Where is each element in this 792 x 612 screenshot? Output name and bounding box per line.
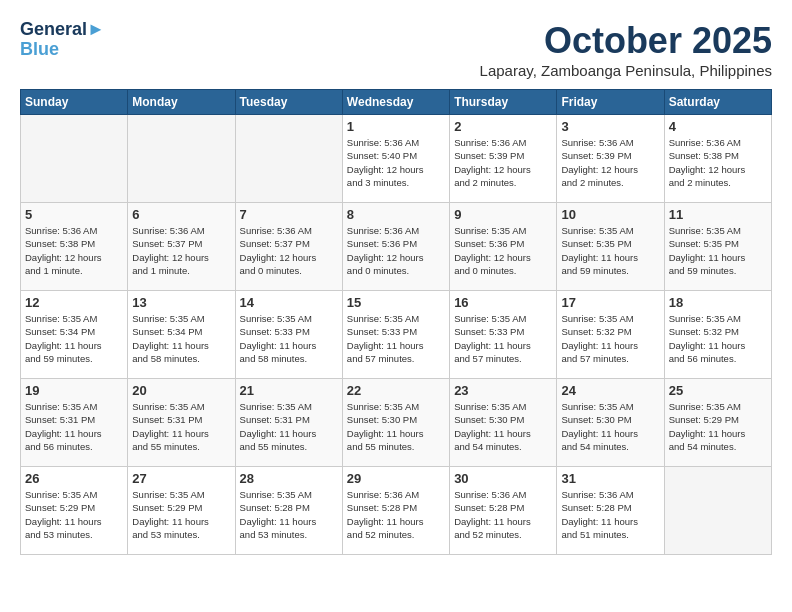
day-info: Sunrise: 5:35 AM Sunset: 5:30 PM Dayligh… bbox=[454, 400, 552, 453]
day-number: 28 bbox=[240, 471, 338, 486]
calendar-cell: 27Sunrise: 5:35 AM Sunset: 5:29 PM Dayli… bbox=[128, 467, 235, 555]
day-info: Sunrise: 5:35 AM Sunset: 5:30 PM Dayligh… bbox=[347, 400, 445, 453]
day-info: Sunrise: 5:35 AM Sunset: 5:29 PM Dayligh… bbox=[669, 400, 767, 453]
day-info: Sunrise: 5:35 AM Sunset: 5:34 PM Dayligh… bbox=[132, 312, 230, 365]
calendar-cell: 23Sunrise: 5:35 AM Sunset: 5:30 PM Dayli… bbox=[450, 379, 557, 467]
day-number: 25 bbox=[669, 383, 767, 398]
day-number: 12 bbox=[25, 295, 123, 310]
header-row: SundayMondayTuesdayWednesdayThursdayFrid… bbox=[21, 90, 772, 115]
calendar-cell: 25Sunrise: 5:35 AM Sunset: 5:29 PM Dayli… bbox=[664, 379, 771, 467]
day-number: 30 bbox=[454, 471, 552, 486]
day-number: 26 bbox=[25, 471, 123, 486]
day-info: Sunrise: 5:35 AM Sunset: 5:33 PM Dayligh… bbox=[347, 312, 445, 365]
day-number: 15 bbox=[347, 295, 445, 310]
calendar-cell: 14Sunrise: 5:35 AM Sunset: 5:33 PM Dayli… bbox=[235, 291, 342, 379]
day-info: Sunrise: 5:35 AM Sunset: 5:35 PM Dayligh… bbox=[669, 224, 767, 277]
calendar-cell: 30Sunrise: 5:36 AM Sunset: 5:28 PM Dayli… bbox=[450, 467, 557, 555]
calendar-cell: 31Sunrise: 5:36 AM Sunset: 5:28 PM Dayli… bbox=[557, 467, 664, 555]
day-info: Sunrise: 5:35 AM Sunset: 5:29 PM Dayligh… bbox=[25, 488, 123, 541]
week-row-1: 1Sunrise: 5:36 AM Sunset: 5:40 PM Daylig… bbox=[21, 115, 772, 203]
day-number: 6 bbox=[132, 207, 230, 222]
calendar-cell bbox=[664, 467, 771, 555]
day-number: 21 bbox=[240, 383, 338, 398]
day-number: 4 bbox=[669, 119, 767, 134]
day-number: 5 bbox=[25, 207, 123, 222]
day-info: Sunrise: 5:36 AM Sunset: 5:38 PM Dayligh… bbox=[25, 224, 123, 277]
day-info: Sunrise: 5:35 AM Sunset: 5:31 PM Dayligh… bbox=[240, 400, 338, 453]
day-number: 24 bbox=[561, 383, 659, 398]
calendar-cell: 26Sunrise: 5:35 AM Sunset: 5:29 PM Dayli… bbox=[21, 467, 128, 555]
logo-line1: General► bbox=[20, 20, 105, 40]
day-number: 1 bbox=[347, 119, 445, 134]
day-number: 17 bbox=[561, 295, 659, 310]
calendar-cell: 1Sunrise: 5:36 AM Sunset: 5:40 PM Daylig… bbox=[342, 115, 449, 203]
calendar-cell: 8Sunrise: 5:36 AM Sunset: 5:36 PM Daylig… bbox=[342, 203, 449, 291]
day-number: 23 bbox=[454, 383, 552, 398]
calendar-cell bbox=[235, 115, 342, 203]
day-info: Sunrise: 5:36 AM Sunset: 5:40 PM Dayligh… bbox=[347, 136, 445, 189]
calendar-cell: 10Sunrise: 5:35 AM Sunset: 5:35 PM Dayli… bbox=[557, 203, 664, 291]
calendar-cell: 24Sunrise: 5:35 AM Sunset: 5:30 PM Dayli… bbox=[557, 379, 664, 467]
month-title: October 2025 bbox=[480, 20, 772, 62]
subtitle: Laparay, Zamboanga Peninsula, Philippine… bbox=[480, 62, 772, 79]
calendar-cell: 9Sunrise: 5:35 AM Sunset: 5:36 PM Daylig… bbox=[450, 203, 557, 291]
day-info: Sunrise: 5:36 AM Sunset: 5:36 PM Dayligh… bbox=[347, 224, 445, 277]
day-number: 8 bbox=[347, 207, 445, 222]
calendar-cell: 3Sunrise: 5:36 AM Sunset: 5:39 PM Daylig… bbox=[557, 115, 664, 203]
calendar-table: SundayMondayTuesdayWednesdayThursdayFrid… bbox=[20, 89, 772, 555]
logo-line2: Blue bbox=[20, 40, 105, 60]
calendar-cell: 4Sunrise: 5:36 AM Sunset: 5:38 PM Daylig… bbox=[664, 115, 771, 203]
day-info: Sunrise: 5:35 AM Sunset: 5:36 PM Dayligh… bbox=[454, 224, 552, 277]
day-info: Sunrise: 5:36 AM Sunset: 5:38 PM Dayligh… bbox=[669, 136, 767, 189]
day-number: 13 bbox=[132, 295, 230, 310]
calendar-cell: 15Sunrise: 5:35 AM Sunset: 5:33 PM Dayli… bbox=[342, 291, 449, 379]
calendar-cell bbox=[128, 115, 235, 203]
day-number: 19 bbox=[25, 383, 123, 398]
day-info: Sunrise: 5:35 AM Sunset: 5:28 PM Dayligh… bbox=[240, 488, 338, 541]
day-info: Sunrise: 5:35 AM Sunset: 5:33 PM Dayligh… bbox=[454, 312, 552, 365]
day-header-sunday: Sunday bbox=[21, 90, 128, 115]
day-info: Sunrise: 5:36 AM Sunset: 5:39 PM Dayligh… bbox=[454, 136, 552, 189]
day-number: 18 bbox=[669, 295, 767, 310]
week-row-5: 26Sunrise: 5:35 AM Sunset: 5:29 PM Dayli… bbox=[21, 467, 772, 555]
title-block: October 2025 Laparay, Zamboanga Peninsul… bbox=[480, 20, 772, 79]
calendar-cell: 5Sunrise: 5:36 AM Sunset: 5:38 PM Daylig… bbox=[21, 203, 128, 291]
day-number: 9 bbox=[454, 207, 552, 222]
calendar-cell bbox=[21, 115, 128, 203]
calendar-cell: 19Sunrise: 5:35 AM Sunset: 5:31 PM Dayli… bbox=[21, 379, 128, 467]
week-row-4: 19Sunrise: 5:35 AM Sunset: 5:31 PM Dayli… bbox=[21, 379, 772, 467]
day-info: Sunrise: 5:36 AM Sunset: 5:39 PM Dayligh… bbox=[561, 136, 659, 189]
calendar-cell: 6Sunrise: 5:36 AM Sunset: 5:37 PM Daylig… bbox=[128, 203, 235, 291]
calendar-cell: 18Sunrise: 5:35 AM Sunset: 5:32 PM Dayli… bbox=[664, 291, 771, 379]
day-info: Sunrise: 5:36 AM Sunset: 5:28 PM Dayligh… bbox=[347, 488, 445, 541]
day-info: Sunrise: 5:35 AM Sunset: 5:32 PM Dayligh… bbox=[561, 312, 659, 365]
calendar-cell: 12Sunrise: 5:35 AM Sunset: 5:34 PM Dayli… bbox=[21, 291, 128, 379]
day-info: Sunrise: 5:35 AM Sunset: 5:34 PM Dayligh… bbox=[25, 312, 123, 365]
day-info: Sunrise: 5:35 AM Sunset: 5:31 PM Dayligh… bbox=[132, 400, 230, 453]
day-number: 31 bbox=[561, 471, 659, 486]
calendar-cell: 21Sunrise: 5:35 AM Sunset: 5:31 PM Dayli… bbox=[235, 379, 342, 467]
calendar-cell: 11Sunrise: 5:35 AM Sunset: 5:35 PM Dayli… bbox=[664, 203, 771, 291]
logo: General► Blue bbox=[20, 20, 105, 60]
day-header-saturday: Saturday bbox=[664, 90, 771, 115]
day-number: 14 bbox=[240, 295, 338, 310]
calendar-cell: 7Sunrise: 5:36 AM Sunset: 5:37 PM Daylig… bbox=[235, 203, 342, 291]
calendar-cell: 29Sunrise: 5:36 AM Sunset: 5:28 PM Dayli… bbox=[342, 467, 449, 555]
week-row-3: 12Sunrise: 5:35 AM Sunset: 5:34 PM Dayli… bbox=[21, 291, 772, 379]
day-info: Sunrise: 5:35 AM Sunset: 5:31 PM Dayligh… bbox=[25, 400, 123, 453]
day-number: 2 bbox=[454, 119, 552, 134]
day-info: Sunrise: 5:36 AM Sunset: 5:28 PM Dayligh… bbox=[454, 488, 552, 541]
day-info: Sunrise: 5:36 AM Sunset: 5:37 PM Dayligh… bbox=[132, 224, 230, 277]
day-info: Sunrise: 5:35 AM Sunset: 5:30 PM Dayligh… bbox=[561, 400, 659, 453]
calendar-cell: 16Sunrise: 5:35 AM Sunset: 5:33 PM Dayli… bbox=[450, 291, 557, 379]
day-number: 7 bbox=[240, 207, 338, 222]
day-number: 11 bbox=[669, 207, 767, 222]
day-number: 27 bbox=[132, 471, 230, 486]
day-number: 29 bbox=[347, 471, 445, 486]
day-header-tuesday: Tuesday bbox=[235, 90, 342, 115]
day-header-thursday: Thursday bbox=[450, 90, 557, 115]
day-info: Sunrise: 5:35 AM Sunset: 5:29 PM Dayligh… bbox=[132, 488, 230, 541]
day-info: Sunrise: 5:35 AM Sunset: 5:33 PM Dayligh… bbox=[240, 312, 338, 365]
day-info: Sunrise: 5:36 AM Sunset: 5:28 PM Dayligh… bbox=[561, 488, 659, 541]
day-info: Sunrise: 5:35 AM Sunset: 5:32 PM Dayligh… bbox=[669, 312, 767, 365]
